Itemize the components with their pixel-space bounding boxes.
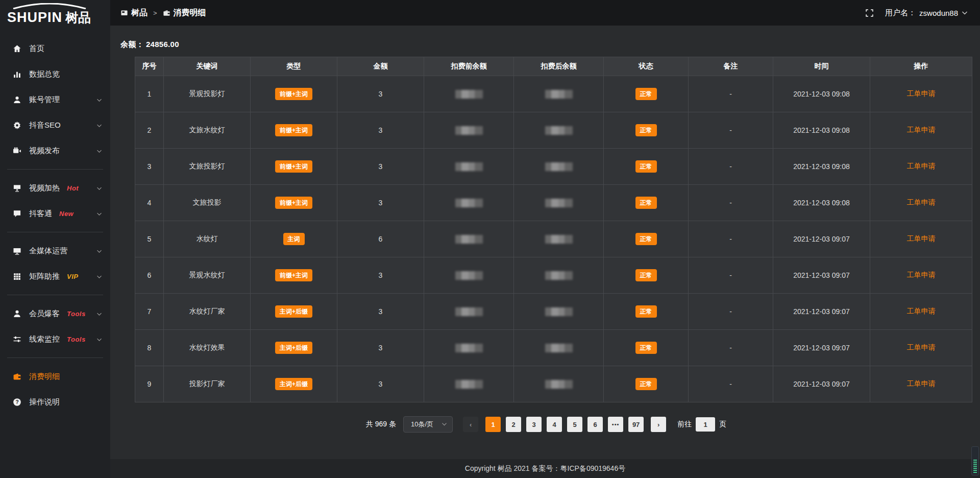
sidebar-item-label: 首页 (29, 44, 44, 54)
sidebar-item-matrix-boost[interactable]: 矩阵助推VIP (0, 264, 110, 289)
status-badge: 正常 (635, 269, 657, 281)
logo[interactable]: SHUPIN 树品 (0, 0, 110, 32)
page-button-5[interactable]: 5 (567, 417, 582, 432)
cell-type: 前缀+主词 (251, 76, 337, 112)
work-order-link[interactable]: 工单申请 (907, 343, 936, 351)
work-order-link[interactable]: 工单申请 (907, 126, 936, 134)
wallet-icon (13, 372, 21, 381)
cell-amount: 6 (337, 221, 424, 257)
sidebar-item-data-overview[interactable]: 数据总览 (0, 61, 110, 87)
chevron-down-icon (96, 147, 102, 155)
browser-extension-widget[interactable] (971, 446, 979, 475)
cell-type: 前缀+主词 (251, 257, 337, 294)
main-content: 余额：24856.00 序号关键词类型金额扣费前余额扣费后余额状态备注时间操作 … (110, 26, 980, 459)
cell-balance-before (424, 366, 514, 402)
type-badge: 前缀+主词 (275, 269, 312, 281)
work-order-link[interactable]: 工单申请 (907, 198, 936, 206)
cell-type: 主词+后缀 (251, 294, 337, 330)
cell-balance-after (514, 294, 604, 330)
cell-time: 2021-12-03 09:08 (773, 185, 870, 221)
cell-status: 正常 (604, 294, 689, 330)
sidebar-item-consumption-detail[interactable]: 消费明细 (0, 364, 110, 389)
footer: Copyright 树品 2021 备案号：粤ICP备09019646号 (110, 459, 980, 478)
chevron-down-icon (96, 272, 102, 281)
cell-amount: 3 (337, 366, 424, 402)
cell-status: 正常 (604, 221, 689, 257)
user-menu[interactable]: 用户名： zswodun88 (885, 8, 968, 18)
sidebar-item-badge: New (59, 210, 74, 218)
cell-index: 5 (135, 221, 164, 257)
sidebar-item-douyin-seo[interactable]: 抖音SEO (0, 112, 110, 138)
page-size-select[interactable]: 10条/页 (403, 416, 453, 433)
redacted-balance (455, 90, 483, 99)
work-order-link[interactable]: 工单申请 (907, 89, 936, 98)
status-badge: 正常 (635, 88, 657, 100)
sidebar-item-member-baoke[interactable]: 会员爆客Tools (0, 301, 110, 326)
cell-index: 6 (135, 257, 164, 294)
work-order-link[interactable]: 工单申请 (907, 307, 936, 315)
redacted-balance (455, 162, 483, 171)
work-order-link[interactable]: 工单申请 (907, 379, 936, 388)
type-badge: 主词+后缀 (275, 342, 312, 354)
cell-keyword: 文旅投影 (164, 185, 251, 221)
sidebar-item-label: 全媒体运营 (29, 246, 67, 256)
panel-icon (120, 9, 128, 17)
cell-status: 正常 (604, 112, 689, 149)
status-badge: 正常 (635, 160, 657, 173)
page-button-2[interactable]: 2 (506, 417, 521, 432)
wallet-icon (163, 9, 170, 17)
chevron-down-icon (96, 209, 102, 218)
breadcrumb-item-0[interactable]: 树品 (120, 8, 148, 18)
sidebar-item-douketong[interactable]: 抖客通New (0, 201, 110, 226)
work-order-link[interactable]: 工单申请 (907, 271, 936, 279)
cell-balance-before (424, 149, 514, 185)
prev-page-button[interactable]: ‹ (463, 417, 478, 432)
sidebar-item-account-management[interactable]: 账号管理 (0, 87, 110, 112)
goto-label: 前往 (677, 420, 692, 429)
pagination-total: 共 969 条 (366, 420, 396, 429)
goto-page-input[interactable] (696, 417, 715, 432)
cell-time: 2021-12-03 09:07 (773, 330, 870, 366)
sidebar-item-home[interactable]: 首页 (0, 36, 110, 61)
sidebar-item-badge: VIP (67, 273, 78, 280)
page-button-3[interactable]: 3 (526, 417, 542, 432)
column-header: 扣费后余额 (514, 57, 604, 76)
next-page-button[interactable]: › (651, 417, 666, 432)
page-size-value: 10条/页 (411, 420, 433, 429)
cell-index: 9 (135, 366, 164, 402)
cell-status: 正常 (604, 366, 689, 402)
breadcrumb-item-1[interactable]: 消费明细 (163, 8, 206, 18)
fullscreen-icon[interactable] (865, 9, 874, 17)
sidebar-item-operation-guide[interactable]: ?操作说明 (0, 389, 110, 415)
page-button-6[interactable]: 6 (587, 417, 603, 432)
cell-keyword: 水纹灯 (164, 221, 251, 257)
sidebar-item-lead-monitor[interactable]: 线索监控Tools (0, 326, 110, 352)
work-order-link[interactable]: 工单申请 (907, 162, 936, 170)
cell-type: 主词 (251, 221, 337, 257)
page-button-97[interactable]: 97 (628, 417, 644, 432)
monitor-icon (13, 247, 21, 255)
cell-balance-after (514, 257, 604, 294)
cell-keyword: 文旅水纹灯 (164, 112, 251, 149)
topbar-right: 用户名： zswodun88 (865, 8, 968, 18)
chevron-down-icon (96, 95, 102, 104)
sidebar-item-video-publish[interactable]: 视频发布 (0, 138, 110, 163)
redacted-balance (545, 90, 573, 99)
cell-index: 4 (135, 185, 164, 221)
cell-type: 主词+后缀 (251, 330, 337, 366)
page-button-4[interactable]: 4 (547, 417, 562, 432)
table-row: 8水纹灯效果主词+后缀3正常-2021-12-03 09:07工单申请 (135, 330, 972, 366)
page-button-1[interactable]: 1 (485, 417, 501, 432)
page-ellipsis-button[interactable]: ••• (608, 417, 623, 432)
cell-keyword: 水纹灯效果 (164, 330, 251, 366)
work-order-link[interactable]: 工单申请 (907, 234, 936, 243)
cell-balance-after (514, 221, 604, 257)
sidebar-item-label: 视频发布 (29, 146, 60, 156)
sidebar-item-media-operation[interactable]: 全媒体运营 (0, 238, 110, 264)
redacted-balance (545, 271, 573, 280)
cell-remark: - (689, 221, 773, 257)
sidebar-item-video-heating[interactable]: 视频加热Hot (0, 175, 110, 201)
cell-remark: - (689, 185, 773, 221)
status-badge: 正常 (635, 124, 657, 136)
cell-action: 工单申请 (870, 185, 972, 221)
